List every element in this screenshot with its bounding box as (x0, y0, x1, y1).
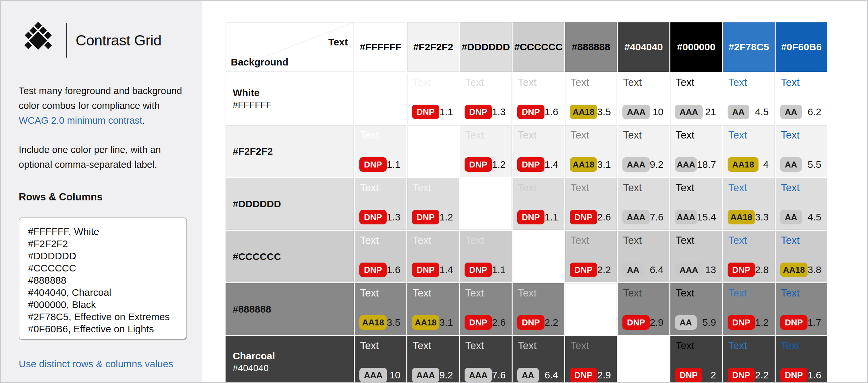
compliance-badge-aa18: AA18 (570, 157, 597, 172)
distinct-values-link[interactable]: Use distinct rows & columns values (19, 358, 186, 370)
compliance-badge-dnp: DNP (465, 263, 492, 277)
compliance-badge-aa18: AA18 (360, 315, 386, 330)
contrast-ratio: 3.3 (755, 212, 769, 223)
contrast-ratio: 1.2 (492, 159, 506, 170)
grid-cell-DDDDDD-888888: TextDNP2.6 (565, 178, 617, 230)
grid-cell-FFFFFF-888888: TextAA183.5 (565, 73, 617, 124)
compliance-badge-aaa: AAA (675, 157, 697, 172)
sample-text: Text (360, 287, 379, 299)
sample-text: Text (465, 77, 484, 89)
sample-text: Text (413, 182, 431, 194)
grid-cell-FFFFFF-404040: TextAAA10 (618, 73, 670, 124)
contrast-ratio: 1.3 (386, 212, 400, 223)
sample-text: Text (518, 77, 536, 89)
wcag-contrast-link[interactable]: WCAG 2.0 minimum contrast (19, 115, 142, 126)
grid-cell-888888-0F60B6: TextDNP1.7 (776, 283, 827, 335)
column-header-404040: #404040 (618, 22, 670, 72)
grid-cell-888888-000000: TextAA5.9 (671, 283, 722, 335)
contrast-ratio: 2 (711, 370, 716, 381)
grid-cell-F2F2F2-2F78C5: TextAA184 (723, 125, 775, 177)
grid-cell-888888-2F78C5: TextDNP1.2 (723, 283, 775, 335)
grid-cell-888888-F2F2F2: TextAA183.1 (407, 283, 459, 335)
compliance-badge-dnp: DNP (727, 315, 755, 330)
intro-text: Test many foreground and background colo… (19, 84, 190, 128)
contrast-ratio: 3.1 (597, 159, 611, 170)
grid-cell-404040-000000: TextDNP2 (671, 336, 722, 383)
compliance-badge-dnp: DNP (727, 368, 755, 382)
colors-input[interactable]: #FFFFFF, White #F2F2F2 #DDDDDD #CCCCCC #… (19, 217, 187, 340)
sample-text: Text (570, 129, 589, 141)
sample-text: Text (781, 235, 800, 246)
contrast-ratio: 1.3 (492, 106, 506, 117)
grid-cell-404040-F2F2F2: TextAAA9.2 (407, 336, 459, 383)
sample-text: Text (518, 287, 536, 299)
sample-text: Text (518, 129, 536, 141)
sample-text: Text (465, 129, 484, 141)
contrast-ratio: 7.6 (492, 370, 506, 381)
sample-text: Text (360, 235, 379, 246)
contrast-ratio: 1.4 (439, 264, 453, 275)
column-header-2F78C5: #2F78C5 (723, 22, 775, 72)
grid-cell-blank (513, 231, 564, 282)
compliance-badge-dnp: DNP (570, 210, 597, 225)
contrast-ratio: 3.8 (807, 264, 821, 275)
sample-text: Text (781, 77, 800, 89)
compliance-badge-dnp: DNP (360, 263, 386, 277)
grid-cell-DDDDDD-000000: TextAAA15.4 (671, 178, 722, 230)
contrast-ratio: 6.4 (545, 370, 558, 381)
compliance-badge-dnp: DNP (517, 315, 545, 330)
grid-cell-FFFFFF-DDDDDD: TextDNP1.3 (460, 73, 512, 124)
compliance-badge-aaa: AAA (622, 157, 650, 172)
grid-cell-CCCCCC-404040: TextAA6.4 (618, 231, 670, 282)
corner-background-label: Background (231, 57, 288, 68)
sample-text: Text (570, 340, 589, 352)
contrast-ratio: 1.7 (807, 317, 821, 328)
grid-cell-F2F2F2-FFFFFF: TextDNP1.1 (355, 125, 406, 177)
grid-cell-FFFFFF-0F60B6: TextAA6.2 (776, 73, 827, 124)
sample-text: Text (728, 235, 747, 246)
compliance-badge-aa18: AA18 (570, 105, 597, 119)
sample-text: Text (781, 340, 800, 352)
contrast-ratio: 1.1 (545, 212, 558, 223)
eightshapes-logo-icon[interactable] (19, 21, 58, 60)
contrast-ratio: 1.6 (386, 264, 400, 275)
contrast-ratio: 2.9 (650, 317, 663, 328)
row-header-F2F2F2: #F2F2F2 (225, 125, 354, 177)
grid-cell-888888-FFFFFF: TextAA183.5 (355, 283, 406, 335)
compliance-badge-aa18: AA18 (412, 315, 439, 330)
compliance-badge-aa: AA (517, 368, 539, 382)
contrast-ratio: 2.6 (597, 212, 611, 223)
grid-area: Text Background #FFFFFF#F2F2F2#DDDDDD#CC… (202, 1, 867, 382)
column-header-FFFFFF: #FFFFFF (355, 22, 406, 72)
contrast-ratio: 2.2 (545, 317, 558, 328)
app-window: Contrast Grid Test many foreground and b… (0, 0, 868, 383)
contrast-ratio: 1.2 (755, 317, 769, 328)
compliance-badge-dnp: DNP (360, 210, 386, 225)
compliance-badge-aaa: AAA (622, 105, 650, 119)
intro-text-start: Test many foreground and background colo… (19, 86, 182, 111)
grid-cell-blank (618, 336, 670, 383)
compliance-badge-aaa: AAA (622, 210, 650, 225)
sample-text: Text (518, 182, 536, 194)
brand-divider (66, 23, 67, 58)
sample-text: Text (676, 129, 694, 141)
sample-text: Text (728, 182, 747, 194)
grid-cell-CCCCCC-F2F2F2: TextDNP1.4 (407, 231, 459, 282)
sample-text: Text (781, 182, 800, 194)
compliance-badge-dnp: DNP (360, 157, 386, 172)
grid-cell-F2F2F2-DDDDDD: TextDNP1.2 (460, 125, 512, 177)
sample-text: Text (781, 129, 800, 141)
column-header-DDDDDD: #DDDDDD (460, 22, 512, 72)
contrast-ratio: 1.1 (386, 159, 400, 170)
grid-cell-CCCCCC-FFFFFF: TextDNP1.6 (355, 231, 406, 282)
contrast-ratio: 1.1 (439, 106, 453, 117)
column-header-F2F2F2: #F2F2F2 (407, 22, 459, 72)
grid-cell-blank (355, 73, 406, 124)
grid-cell-DDDDDD-FFFFFF: TextDNP1.3 (355, 178, 406, 230)
compliance-badge-dnp: DNP (780, 368, 807, 382)
grid-cell-blank (460, 178, 512, 230)
contrast-ratio: 9.2 (650, 159, 663, 170)
sample-text: Text (465, 340, 484, 352)
sidebar: Contrast Grid Test many foreground and b… (1, 1, 202, 382)
grid-cell-888888-CCCCCC: TextDNP2.2 (513, 283, 564, 335)
